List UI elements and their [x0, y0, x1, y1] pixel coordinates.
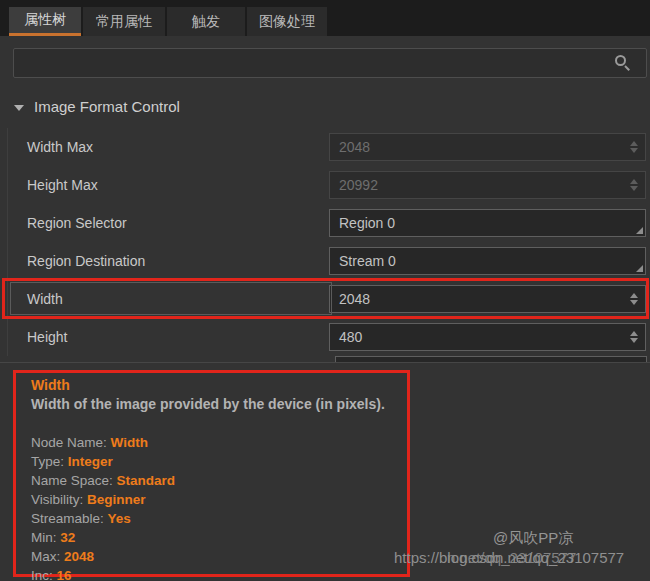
- field-value: 20992: [339, 177, 378, 193]
- tooltip-description: Width of the image provided by the devic…: [31, 395, 407, 414]
- property-row-height: Height480: [8, 318, 647, 356]
- tooltip-field-line: Max: 2048: [31, 547, 407, 566]
- tooltip-field-label: Inc:: [31, 568, 57, 581]
- tabs-container: 属性树常用属性触发图像处理: [9, 7, 327, 36]
- spinner-buttons: [627, 172, 641, 198]
- number-spinbox: 20992: [329, 171, 646, 199]
- tooltip-field-line: Node Name: Width: [31, 433, 407, 452]
- tooltip-field-line: Name Space: Standard: [31, 471, 407, 490]
- number-spinbox[interactable]: 2048: [329, 285, 646, 313]
- property-label: Region Selector: [8, 215, 329, 231]
- chevron-down-icon: [14, 105, 24, 111]
- dropdown-field[interactable]: Region 0: [329, 209, 646, 237]
- tooltip-field-label: Visibility:: [31, 492, 87, 507]
- dropdown-field[interactable]: Stream 0: [329, 247, 646, 275]
- field-value: Stream 0: [339, 253, 396, 269]
- tooltip-field-label: Min:: [31, 530, 60, 545]
- tooltip-field-line: Inc: 16: [31, 566, 407, 581]
- spinner-down-icon: [630, 186, 638, 191]
- tooltip-field-value: Beginner: [87, 492, 146, 507]
- spinner-down-icon[interactable]: [630, 338, 638, 343]
- section-header-image-format-control[interactable]: Image Format Control: [14, 98, 180, 115]
- spinner-down-icon: [630, 148, 638, 153]
- property-row-width-max: Width Max2048: [8, 128, 647, 166]
- spinner-down-icon[interactable]: [630, 300, 638, 305]
- tooltip-field-label: Name Space:: [31, 473, 117, 488]
- watermark-author: @风吹PP凉: [493, 529, 573, 548]
- spinner-buttons[interactable]: [627, 324, 641, 350]
- search-icon[interactable]: [615, 55, 632, 72]
- dropdown-corner-icon: [636, 265, 643, 272]
- tooltip-field-label: Max:: [31, 549, 64, 564]
- property-row-height-max: Height Max20992: [8, 166, 647, 204]
- tooltip-field-line: Streamable: Yes: [31, 509, 407, 528]
- tooltip-annotation-box: Width Width of the image provided by the…: [13, 370, 410, 577]
- field-value: 480: [339, 329, 362, 345]
- property-label: Region Destination: [8, 253, 329, 269]
- tooltip-fields: Node Name: WidthType: IntegerName Space:…: [31, 433, 407, 581]
- property-row-region-destination: Region DestinationStream 0: [8, 242, 647, 280]
- property-label: Width Max: [8, 139, 329, 155]
- grid-tooltip-divider: [0, 362, 650, 363]
- property-label: Height: [8, 329, 329, 345]
- tooltip-field-line: Visibility: Beginner: [31, 490, 407, 509]
- number-spinbox: 2048: [329, 133, 646, 161]
- section-title: Image Format Control: [34, 98, 180, 115]
- properties-panel: 属性树常用属性触发图像处理 Image Format Control Width…: [0, 0, 650, 581]
- tooltip-field-line: Min: 32: [31, 528, 407, 547]
- field-value: 2048: [339, 139, 370, 155]
- number-spinbox[interactable]: 480: [329, 323, 646, 351]
- tooltip-field-value: Integer: [68, 454, 113, 469]
- tooltip-field-value: Width: [111, 435, 148, 450]
- field-value: 2048: [339, 291, 370, 307]
- spinner-up-icon[interactable]: [630, 293, 638, 298]
- tooltip-field-line: Type: Integer: [31, 452, 407, 471]
- spinner-up-icon: [630, 141, 638, 146]
- tooltip-field-label: Streamable:: [31, 511, 108, 526]
- tab-2[interactable]: 触发: [167, 7, 245, 36]
- tooltip-field-value: 32: [60, 530, 75, 545]
- spinner-up-icon: [630, 179, 638, 184]
- tooltip-field-value: Yes: [108, 511, 131, 526]
- tab-0[interactable]: 属性树: [9, 7, 81, 36]
- watermark-url-overlay: n.net/qq_23107577: [447, 549, 576, 566]
- property-row-region-selector: Region SelectorRegion 0: [8, 204, 647, 242]
- spinner-buttons[interactable]: [627, 286, 641, 312]
- tooltip-field-value: 16: [57, 568, 72, 581]
- field-value: Region 0: [339, 215, 395, 231]
- tooltip-field-value: 2048: [64, 549, 94, 564]
- property-grid: Width Max2048Height Max20992Region Selec…: [7, 128, 647, 356]
- spinner-buttons: [627, 134, 641, 160]
- tab-3[interactable]: 图像处理: [247, 7, 327, 36]
- search-input[interactable]: [13, 48, 647, 78]
- tooltip-title: Width: [31, 376, 407, 395]
- tooltip-field-label: Type:: [31, 454, 68, 469]
- tab-1[interactable]: 常用属性: [83, 7, 165, 36]
- property-label: Width: [8, 291, 329, 307]
- dropdown-corner-icon: [636, 227, 643, 234]
- tab-bar: 属性树常用属性触发图像处理: [0, 0, 650, 36]
- property-label: Height Max: [8, 177, 329, 193]
- spinner-up-icon[interactable]: [630, 331, 638, 336]
- property-row-width: Width2048: [8, 280, 647, 318]
- tooltip-field-value: Standard: [117, 473, 176, 488]
- tooltip-field-label: Node Name:: [31, 435, 111, 450]
